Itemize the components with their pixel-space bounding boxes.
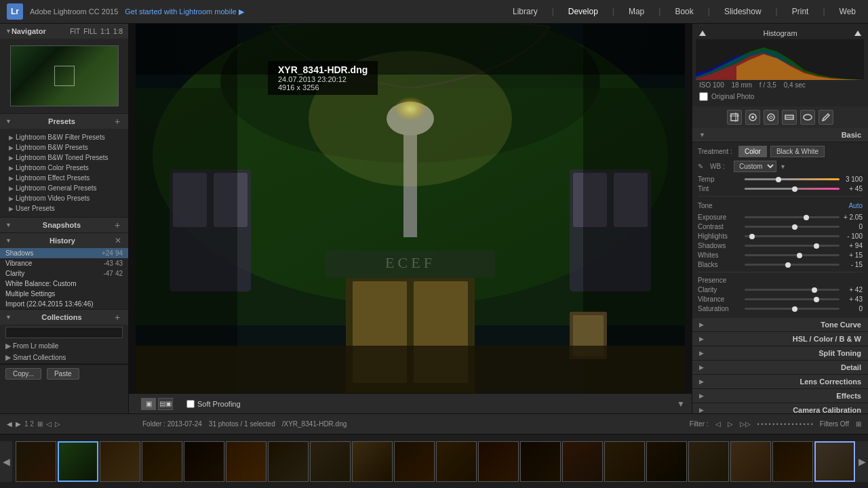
history-item-multiple[interactable]: Multiple Settings: [0, 289, 128, 299]
temp-thumb[interactable]: [776, 177, 781, 182]
filter-next[interactable]: ▷: [728, 420, 733, 428]
preset-bw-filter[interactable]: ▶ Lightroom B&W Filter Presets: [5, 132, 123, 142]
blacks-track[interactable]: [745, 264, 840, 266]
collections-header[interactable]: ▼ Collections +: [0, 310, 128, 325]
film-thumb-11[interactable]: [436, 441, 477, 482]
preset-video[interactable]: ▶ Lightroom Video Presets: [5, 193, 123, 203]
grid-view-icon[interactable]: ⊞: [37, 420, 43, 428]
collections-search-input[interactable]: [5, 327, 123, 338]
eyedropper-icon[interactable]: ✎: [698, 163, 703, 170]
whites-thumb[interactable]: [797, 253, 802, 258]
collections-add-button[interactable]: +: [112, 312, 123, 323]
film-thumb-18[interactable]: [730, 441, 771, 482]
view-grid-button[interactable]: ▤▣: [158, 398, 173, 410]
temp-track[interactable]: [745, 178, 840, 180]
vibrance-track[interactable]: [745, 298, 840, 300]
preset-effect[interactable]: ▶ Lightroom Effect Presets: [5, 173, 123, 183]
preset-bw[interactable]: ▶ Lightroom B&W Presets: [5, 142, 123, 152]
get-started-link[interactable]: Get started with Lightroom mobile ▶: [125, 7, 244, 16]
history-item-import[interactable]: Import (22.04.2015 13:46:46): [0, 299, 128, 309]
film-thumb-13[interactable]: [520, 441, 561, 482]
crop-tool[interactable]: [727, 110, 742, 125]
color-treatment-button[interactable]: Color: [738, 146, 767, 157]
film-thumb-8[interactable]: [310, 441, 351, 482]
presets-header[interactable]: ▼ Presets +: [0, 114, 128, 129]
snapshots-header[interactable]: ▼ Snapshots +: [0, 218, 128, 232]
shadows-track[interactable]: [745, 245, 840, 247]
film-thumb-7[interactable]: [268, 441, 309, 482]
film-thumb-16[interactable]: [646, 441, 687, 482]
tone-curve-header[interactable]: ▶ Tone Curve: [692, 318, 868, 332]
wb-select[interactable]: Custom: [734, 161, 776, 172]
film-thumb-20[interactable]: [814, 441, 855, 482]
whites-track[interactable]: [745, 254, 840, 256]
navigator-thumbnail[interactable]: [10, 45, 119, 106]
collection-smart[interactable]: ▶ Smart Collections: [0, 352, 128, 363]
film-thumb-17[interactable]: [688, 441, 729, 482]
original-photo-toggle[interactable]: Original Photo: [696, 90, 865, 103]
brush-tool[interactable]: [818, 110, 833, 125]
next-arrow[interactable]: ▷: [55, 420, 60, 428]
history-item-clarity[interactable]: Clarity -47 42: [0, 268, 128, 279]
detail-header[interactable]: ▶ Detail: [692, 361, 868, 375]
radial-filter-tool[interactable]: [800, 110, 815, 125]
original-photo-checkbox[interactable]: [699, 92, 708, 101]
film-thumb-14[interactable]: [562, 441, 603, 482]
film-thumb-3[interactable]: [100, 441, 140, 482]
redeye-tool[interactable]: [764, 110, 778, 125]
vibrance-thumb[interactable]: [814, 297, 819, 302]
histogram-header[interactable]: Histogram: [696, 27, 865, 39]
bw-treatment-button[interactable]: Black & White: [770, 146, 825, 157]
zoom-dropdown[interactable]: ▼: [677, 399, 685, 409]
nav-print[interactable]: Print: [787, 7, 814, 16]
film-thumb-1[interactable]: [16, 441, 56, 482]
nav-develop[interactable]: Develop: [563, 7, 604, 16]
film-thumb-2[interactable]: [58, 441, 98, 482]
preset-bw-toned[interactable]: ▶ Lightroom B&W Toned Presets: [5, 152, 123, 163]
nav-library[interactable]: Library: [507, 7, 543, 16]
nav-forward-button[interactable]: ▶: [16, 420, 21, 428]
photo-container[interactable]: ECEF: [129, 24, 692, 393]
film-thumb-12[interactable]: [478, 441, 519, 482]
preset-user[interactable]: ▶ User Presets: [5, 203, 123, 214]
highlights-thumb[interactable]: [749, 234, 755, 239]
soft-proof-checkbox[interactable]: [186, 400, 195, 408]
film-thumb-5[interactable]: [184, 441, 224, 482]
prev-arrow[interactable]: ◁: [46, 420, 52, 428]
tint-thumb[interactable]: [792, 186, 797, 192]
tone-auto-button[interactable]: Auto: [848, 202, 863, 209]
camera-calibration-header[interactable]: ▶ Camera Calibration: [692, 403, 868, 413]
filmstrip-left-arrow[interactable]: ◀: [0, 441, 12, 482]
histogram-clip-shadows[interactable]: [699, 30, 706, 36]
effects-header[interactable]: ▶ Effects: [692, 389, 868, 403]
nav-fill[interactable]: FILL: [83, 28, 97, 35]
film-thumb-10[interactable]: [394, 441, 435, 482]
film-thumb-15[interactable]: [604, 441, 645, 482]
lens-corrections-header[interactable]: ▶ Lens Corrections: [692, 375, 868, 389]
split-toning-header[interactable]: ▶ Split Toning: [692, 346, 868, 361]
nav-book[interactable]: Book: [669, 7, 698, 16]
highlights-track[interactable]: [745, 235, 840, 237]
exposure-track[interactable]: [745, 216, 840, 218]
clarity-track[interactable]: [745, 289, 840, 291]
preset-general[interactable]: ▶ Lightroom General Presets: [5, 183, 123, 193]
snapshots-add-button[interactable]: +: [112, 220, 123, 230]
view-single-button[interactable]: ▣: [141, 398, 156, 410]
history-item-vibrance[interactable]: Vibrance -43 43: [0, 258, 128, 268]
hsl-header[interactable]: ▶ HSL / Color / B & W: [692, 332, 868, 346]
copy-button[interactable]: Copy...: [5, 368, 41, 380]
blacks-thumb[interactable]: [785, 262, 791, 268]
shadows-thumb[interactable]: [814, 243, 819, 249]
clarity-thumb[interactable]: [812, 287, 817, 293]
exposure-thumb[interactable]: [804, 215, 809, 220]
history-header[interactable]: ▼ History ✕: [0, 233, 128, 248]
history-item-wb[interactable]: White Balance: Custom: [0, 279, 128, 289]
saturation-thumb[interactable]: [792, 306, 797, 312]
tint-track[interactable]: [745, 188, 840, 190]
history-close-button[interactable]: ✕: [113, 236, 123, 245]
nav-map[interactable]: Map: [623, 7, 650, 16]
nav-back-button[interactable]: ◀: [7, 420, 12, 428]
nav-zoom[interactable]: 1:8: [113, 28, 123, 35]
nav-fit[interactable]: FIT: [70, 28, 80, 35]
basic-section-header[interactable]: ▼ Basic: [692, 128, 868, 142]
